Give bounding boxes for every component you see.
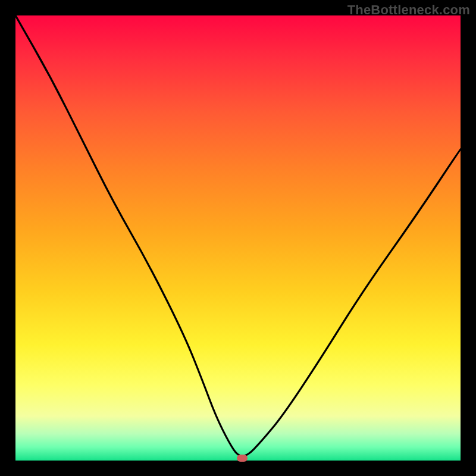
watermark-text: TheBottleneck.com xyxy=(347,2,470,18)
chart-frame: TheBottleneck.com xyxy=(0,0,476,476)
bottleneck-curve-path xyxy=(15,15,461,456)
optimum-marker xyxy=(237,455,248,462)
plot-area xyxy=(15,15,461,461)
curve-svg xyxy=(15,15,461,461)
